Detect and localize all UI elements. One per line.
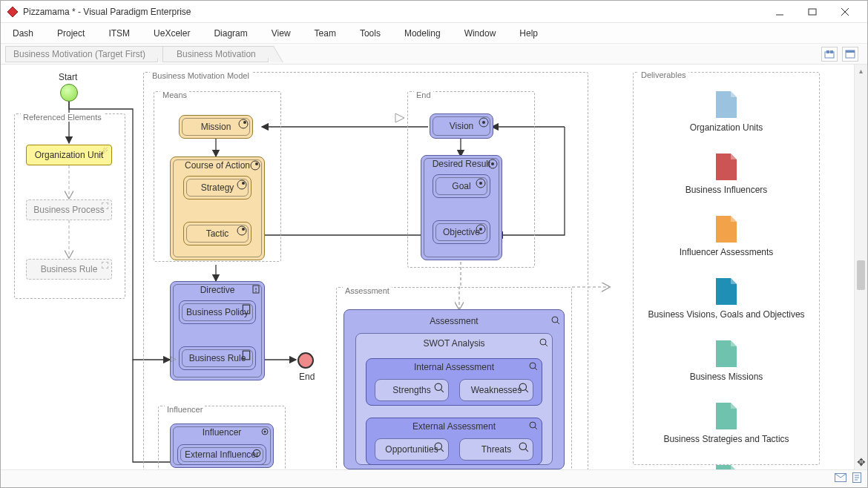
group-desired-result[interactable]: Desired Result <box>421 155 502 260</box>
window-title: Pizzamama * - Visual Paradigm Enterprise <box>23 7 763 17</box>
node-tactic[interactable]: Tactic <box>183 222 251 245</box>
svg-rect-2 <box>809 9 816 15</box>
magnify-icon <box>529 421 538 432</box>
panel-icon[interactable] <box>842 47 858 62</box>
node-external-influencer[interactable]: External Influencer <box>177 444 266 465</box>
menu-itsm[interactable]: ITSM <box>105 25 133 42</box>
svg-rect-7 <box>830 50 833 53</box>
close-button[interactable] <box>829 1 861 22</box>
end-node[interactable] <box>297 352 314 369</box>
node-objective[interactable]: Objective <box>433 220 490 244</box>
node-business-policy[interactable]: Business Policy <box>179 300 256 324</box>
document-icon <box>714 401 738 431</box>
deliverable-item[interactable] <box>633 464 820 469</box>
svg-point-54 <box>435 443 441 449</box>
svg-rect-9 <box>846 50 855 53</box>
vertical-scrollbar[interactable]: ▴ ▾ <box>854 65 867 469</box>
scrollbar-thumb[interactable] <box>857 260 865 290</box>
deliverable-label: Influencer Assessments <box>633 247 820 257</box>
diagram-canvas-wrap: Start Referenced Elements Organization U… <box>1 65 867 469</box>
node-strategy[interactable]: Strategy <box>183 176 251 200</box>
svg-point-28 <box>242 228 245 231</box>
decorator-icon <box>237 225 247 236</box>
document-icon <box>714 277 738 306</box>
menu-diagram[interactable]: Diagram <box>211 25 250 42</box>
svg-point-22 <box>243 121 246 124</box>
deliverable-label: Business Strategies and Tactics <box>633 434 820 444</box>
node-strengths[interactable]: Strengths <box>375 379 449 401</box>
document-icon <box>714 339 738 369</box>
deliverable-item[interactable]: Business Missions <box>633 339 820 382</box>
deliverable-item[interactable]: Business Influencers <box>633 152 820 195</box>
magnify-icon <box>519 442 529 452</box>
node-business-rule[interactable]: Business Rule ▷ <box>179 346 256 370</box>
deliverable-item[interactable]: Organization Units <box>633 90 820 133</box>
target-icon <box>479 117 489 128</box>
actor-icon: ☄ <box>100 147 108 157</box>
statusbar <box>1 469 867 487</box>
svg-point-27 <box>237 226 246 235</box>
gear-icon <box>260 427 269 438</box>
menu-dash[interactable]: Dash <box>10 25 36 42</box>
node-weaknesses[interactable]: Weaknesses <box>459 379 533 401</box>
group-deliverables: Deliverables Organization Units Business… <box>633 72 820 465</box>
svg-line-51 <box>525 389 528 392</box>
deliverable-label: Business Missions <box>633 372 820 382</box>
svg-point-35 <box>482 121 485 124</box>
doc-icon <box>251 285 260 296</box>
menu-help[interactable]: Help <box>516 25 541 42</box>
menu-modeling[interactable]: Modeling <box>401 25 444 42</box>
svg-point-46 <box>530 363 536 369</box>
app-icon <box>7 6 19 18</box>
node-mission[interactable]: Mission <box>179 115 253 139</box>
node-business-rule-placeholder[interactable]: Business Rule <box>26 259 112 280</box>
note-icon[interactable] <box>852 472 861 485</box>
svg-line-45 <box>545 344 548 346</box>
minimize-button[interactable] <box>763 1 796 22</box>
svg-point-39 <box>479 182 482 185</box>
resize-handle-icon[interactable]: ✥ <box>857 456 866 468</box>
decorator-icon <box>250 160 260 173</box>
decorator-icon <box>237 179 247 190</box>
menu-team[interactable]: Team <box>312 25 339 42</box>
maximize-button[interactable] <box>796 1 829 22</box>
svg-point-48 <box>435 383 441 390</box>
menu-uexceler[interactable]: UeXceler <box>151 25 193 42</box>
breadcrumb-item-0[interactable]: Business Motivation (Target First) <box>5 46 158 62</box>
node-goal[interactable]: Goal <box>433 174 490 198</box>
doc-icon <box>241 304 251 314</box>
mail-icon[interactable] <box>835 473 846 484</box>
group-title: Means <box>160 90 189 99</box>
magnify-icon <box>529 362 538 373</box>
node-opportunities[interactable]: Opportunities <box>375 438 449 461</box>
svg-point-23 <box>251 161 260 170</box>
menu-tools[interactable]: Tools <box>357 25 384 42</box>
node-vision[interactable]: Vision <box>430 113 493 139</box>
node-organization-unit[interactable]: Organization Unit ☄ <box>26 145 112 165</box>
svg-point-26 <box>242 182 245 185</box>
diagram-canvas[interactable]: Start Referenced Elements Organization U… <box>1 65 854 469</box>
deliverable-item[interactable]: Business Strategies and Tactics <box>633 401 820 444</box>
deliverable-item[interactable]: Business Visions, Goals and Objectives <box>633 277 820 320</box>
menubar: Dash Project ITSM UeXceler Diagram View … <box>1 23 867 44</box>
scroll-up-icon[interactable]: ▴ <box>855 65 867 76</box>
svg-line-47 <box>535 368 537 370</box>
gear-icon <box>251 448 262 458</box>
menu-project[interactable]: Project <box>54 25 88 42</box>
breadcrumb-bar: Business Motivation (Target First) Busin… <box>1 44 867 65</box>
svg-point-25 <box>237 180 246 189</box>
menu-window[interactable]: Window <box>461 25 499 42</box>
node-threats[interactable]: Threats <box>459 438 533 461</box>
svg-point-37 <box>491 162 494 165</box>
deliverable-item[interactable]: Influencer Assessments <box>633 214 820 257</box>
document-icon <box>714 464 738 469</box>
start-node[interactable] <box>60 84 78 102</box>
navigator-icon[interactable] <box>821 47 838 62</box>
svg-line-49 <box>441 389 444 392</box>
group-title: Business Motivation Model <box>150 71 251 80</box>
svg-line-55 <box>441 449 444 452</box>
menu-view[interactable]: View <box>269 25 294 42</box>
node-business-process-placeholder[interactable]: Business Process <box>26 200 112 220</box>
breadcrumb-item-1[interactable]: Business Motivation <box>162 46 269 62</box>
end-label: End <box>299 372 315 382</box>
